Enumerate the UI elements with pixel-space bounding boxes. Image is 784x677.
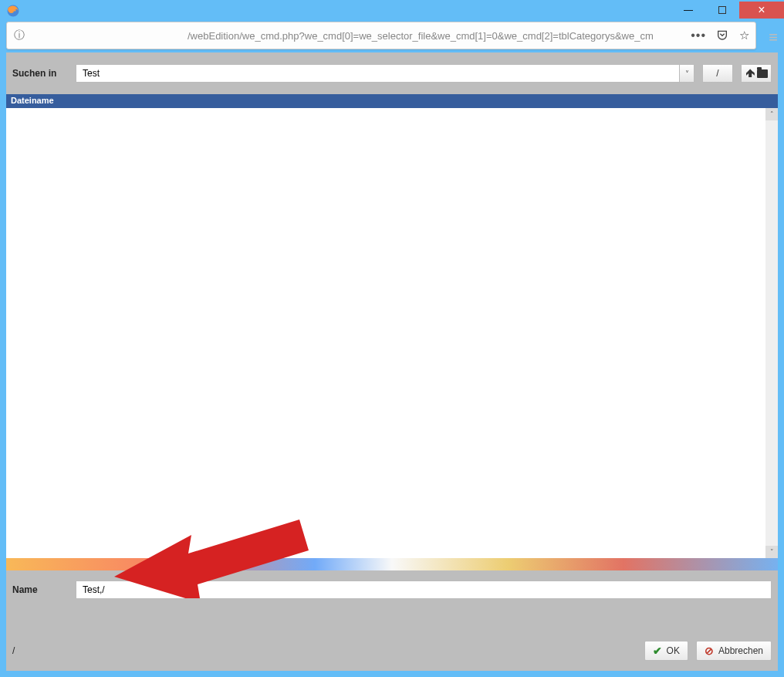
search-input[interactable] xyxy=(76,64,679,83)
search-combobox: ˅ xyxy=(76,64,694,83)
titlebar: — × xyxy=(0,0,784,22)
scroll-up-button[interactable]: ˄ xyxy=(765,108,778,120)
scroll-down-button[interactable]: ˅ xyxy=(765,546,778,558)
file-list[interactable]: ˄ ˅ xyxy=(6,108,778,558)
dialog-footer: / ✔ OK ⊘ Abbrechen xyxy=(12,635,772,666)
filename-header-label: Dateiname xyxy=(11,96,54,105)
site-info-icon[interactable]: ⓘ xyxy=(10,29,29,42)
bookmark-star-icon[interactable]: ☆ xyxy=(735,29,752,42)
chevron-down-icon: ˅ xyxy=(685,69,689,78)
search-in-label: Suchen in xyxy=(12,68,68,79)
decorative-strip xyxy=(6,558,778,570)
cancel-icon: ⊘ xyxy=(705,645,714,657)
minimize-icon: — xyxy=(684,5,693,15)
close-icon: × xyxy=(758,3,765,17)
check-icon: ✔ xyxy=(653,645,662,657)
firefox-icon xyxy=(6,4,20,18)
cancel-label: Abbrechen xyxy=(718,645,763,656)
hamburger-menu-icon[interactable]: ≡ xyxy=(762,25,784,46)
maximize-icon xyxy=(718,6,726,14)
ok-button[interactable]: ✔ OK xyxy=(644,641,688,661)
search-toolbar: Suchen in ˅ / 🡹 xyxy=(12,59,772,88)
current-path: / xyxy=(12,645,15,656)
column-header-filename[interactable]: Dateiname xyxy=(6,94,778,108)
pocket-icon[interactable] xyxy=(714,29,731,43)
chevron-down-icon: ˅ xyxy=(770,548,774,556)
name-label: Name xyxy=(12,584,68,595)
dialog-frame: Suchen in ˅ / 🡹 Dateiname ˄ ˅ Name xyxy=(6,52,778,671)
root-button[interactable]: / xyxy=(702,64,733,83)
root-label: / xyxy=(716,68,718,79)
name-input[interactable] xyxy=(76,581,772,599)
window-close-button[interactable]: × xyxy=(739,2,784,19)
window-minimize-button[interactable]: — xyxy=(671,2,705,19)
up-arrow-icon: 🡹 xyxy=(745,68,755,80)
parent-folder-button[interactable]: 🡹 xyxy=(741,64,772,83)
vertical-scrollbar[interactable]: ˄ ˅ xyxy=(765,108,778,558)
url-text: /webEdition/we_cmd.php?we_cmd[0]=we_sele… xyxy=(33,30,683,42)
address-bar[interactable]: ⓘ /webEdition/we_cmd.php?we_cmd[0]=we_se… xyxy=(6,22,756,49)
window-maximize-button[interactable] xyxy=(705,2,739,19)
name-row: Name xyxy=(12,578,772,601)
page-action-icon[interactable]: ••• xyxy=(688,29,709,42)
search-dropdown-button[interactable]: ˅ xyxy=(679,64,694,83)
folder-icon xyxy=(757,69,768,78)
chevron-up-icon: ˄ xyxy=(770,110,774,118)
cancel-button[interactable]: ⊘ Abbrechen xyxy=(696,641,772,661)
ok-label: OK xyxy=(667,645,680,656)
